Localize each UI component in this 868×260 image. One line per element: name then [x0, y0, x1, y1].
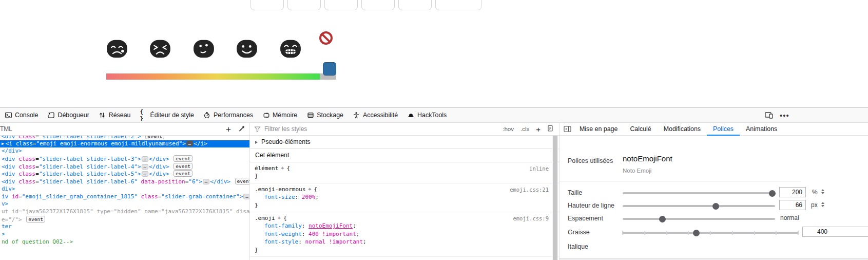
selector[interactable]: élément [255, 165, 278, 172]
event-badge[interactable]: event [173, 155, 192, 162]
ellipsis-expander[interactable]: … [142, 156, 148, 162]
css-declaration[interactable]: font-family: notoEmojiFont; [250, 222, 559, 230]
answer-box[interactable] [287, 0, 321, 10]
markup-line[interactable]: <div class="slider-label slider-label-5"… [0, 170, 249, 178]
weight-slider[interactable] [623, 232, 798, 234]
highlight-target-icon[interactable]: ⌖ [278, 215, 281, 221]
answer-box[interactable] [324, 0, 358, 10]
print-media-sheet-icon[interactable] [547, 125, 554, 133]
devtools-tab-hacktools[interactable]: HackTools [402, 108, 451, 122]
markup-line[interactable]: <div class="slider-label slider-label-6"… [0, 178, 249, 185]
size-slider[interactable] [623, 192, 775, 194]
devtools-tab-memoire[interactable]: Mémoire [258, 108, 302, 122]
line-height-stepper[interactable] [821, 202, 824, 207]
stylesheet-link[interactable]: emoji.css:21 [510, 186, 549, 194]
sidebar-tab-modifications[interactable]: Modifications [658, 123, 707, 136]
emotion-slider-gradient[interactable] [106, 73, 320, 80]
event-badge[interactable]: event [173, 170, 192, 177]
answer-box[interactable] [398, 0, 432, 10]
code-token: > [240, 193, 243, 200]
line-height-slider[interactable] [623, 205, 775, 207]
selector[interactable]: .emoji [255, 215, 275, 221]
event-badge[interactable]: event [26, 216, 45, 222]
font-name[interactable]: notoEmojiFont [623, 154, 672, 163]
spacing-slider[interactable] [623, 218, 775, 220]
spacing-slider-thumb[interactable] [659, 216, 666, 222]
add-rule-button[interactable]: + [536, 125, 541, 134]
size-stepper[interactable] [821, 189, 824, 194]
eyedropper-icon[interactable] [238, 125, 245, 134]
ellipsis-expander[interactable]: … [142, 171, 148, 177]
line-height-slider-thumb[interactable] [712, 203, 719, 210]
rule-selector-line[interactable]: .emoji-enormous⌖{emoji.css:21 [250, 185, 559, 193]
rule-selector-line[interactable]: élément⌖{inline [250, 164, 559, 172]
size-input[interactable]: 200 [779, 187, 806, 197]
css-declaration[interactable]: font-size: 200%; [250, 193, 559, 201]
markup-line[interactable]: > [0, 231, 249, 238]
class-toggle-button[interactable]: .cls [520, 126, 529, 132]
line-height-input[interactable]: 66 [779, 200, 806, 210]
markup-line[interactable]: div> [0, 185, 249, 193]
filter-styles-input[interactable]: Filtrer les styles [264, 125, 496, 133]
pseudo-elements-header[interactable]: Pseudo-éléments [250, 136, 559, 149]
event-badge[interactable]: event [145, 136, 164, 139]
pseudo-class-hov-button[interactable]: :hov [503, 126, 514, 132]
sidebar-tab-calcule[interactable]: Calculé [624, 123, 657, 136]
markup-line[interactable]: <div class="slider-label slider-label-4"… [0, 163, 249, 171]
sidebar-tab-mise-en-page[interactable]: Mise en page [573, 123, 624, 136]
meatball-menu-icon[interactable]: ••• [780, 112, 789, 119]
markup-line[interactable]: <div class="slider-label slider-label-2"… [0, 136, 249, 140]
markup-line-selected[interactable]: ▶<i class="emoji emoji-enormous emoji-mi… [0, 140, 249, 148]
devtools-tab-editeur-de-style[interactable]: { }Éditeur de style [136, 108, 199, 122]
highlight-target-icon[interactable]: ⌖ [308, 186, 311, 193]
markup-line[interactable]: e="/"> event [0, 216, 249, 224]
code-token: = [35, 163, 39, 170]
css-declaration[interactable]: font-weight: 400 !important; [250, 230, 559, 238]
selector[interactable]: .emoji-enormous [255, 186, 305, 193]
size-label: Taille [568, 189, 582, 196]
markup-line[interactable]: </div> [0, 147, 249, 155]
size-unit[interactable]: % [812, 189, 818, 196]
emotion-slider-handle[interactable] [323, 62, 336, 76]
devtools-tab-accessibilite[interactable]: Accessibilité [348, 108, 402, 122]
devtools-tab-performances[interactable]: Performances [199, 108, 258, 122]
stylesheet-link[interactable]: emoji.css:9 [513, 215, 549, 222]
rule-selector-line[interactable]: .emoji⌖{emoji.css:9 [250, 214, 559, 222]
markup-line[interactable]: <div class="slider-label slider-label-3"… [0, 155, 249, 163]
markup-line[interactable]: ut id="java562372X176X1815" type="hidden… [0, 208, 249, 216]
sidebar-tab-animations[interactable]: Animations [740, 123, 783, 136]
markup-line[interactable]: ter [0, 223, 249, 231]
css-declaration[interactable]: font-style: normal !important; [250, 238, 559, 246]
size-slider-thumb[interactable] [769, 190, 776, 197]
rules-scrollbar[interactable] [552, 136, 558, 260]
answer-box[interactable] [361, 0, 395, 10]
add-node-button[interactable]: + [226, 125, 231, 134]
twisty-icon[interactable]: ▶ [2, 140, 4, 148]
devtools-tab-debogueur[interactable]: Débogueur [43, 108, 93, 122]
devtools-tab-console[interactable]: Console [0, 108, 43, 122]
devtools-tab-reseau[interactable]: Réseau [94, 108, 136, 122]
ellipsis-expander[interactable]: … [243, 194, 249, 199]
devtools-tab-stockage[interactable]: Stockage [302, 108, 348, 122]
event-badge[interactable]: event [235, 178, 249, 184]
ellipsis-expander[interactable]: … [186, 141, 193, 146]
markup-line[interactable]: iv id="emoji_slider_grab_container_1815"… [0, 193, 249, 201]
property-name: font-size [264, 194, 295, 200]
ellipsis-expander[interactable]: … [142, 164, 148, 170]
style-editor-icon: { } [140, 112, 148, 119]
split-console-icon[interactable] [765, 112, 773, 119]
sidebar-tab-polices[interactable]: Polices [707, 123, 740, 136]
markup-view[interactable]: <div class="slider-label slider-label-2"… [0, 136, 249, 260]
pane-toggle-icon[interactable] [564, 126, 571, 132]
stylesheet-link[interactable]: inline [529, 165, 549, 173]
markup-line[interactable]: v> [0, 200, 249, 208]
weight-slider-thumb[interactable] [693, 230, 700, 236]
answer-box[interactable] [250, 0, 284, 10]
event-badge[interactable]: event [173, 163, 192, 170]
markup-line[interactable]: nd of question Q02--> [0, 238, 249, 246]
answer-box[interactable] [435, 0, 481, 10]
line-height-unit[interactable]: px [811, 201, 818, 209]
weight-input[interactable]: 400 [802, 227, 868, 237]
ellipsis-expander[interactable]: … [203, 179, 209, 184]
highlight-target-icon[interactable]: ⌖ [281, 165, 284, 172]
